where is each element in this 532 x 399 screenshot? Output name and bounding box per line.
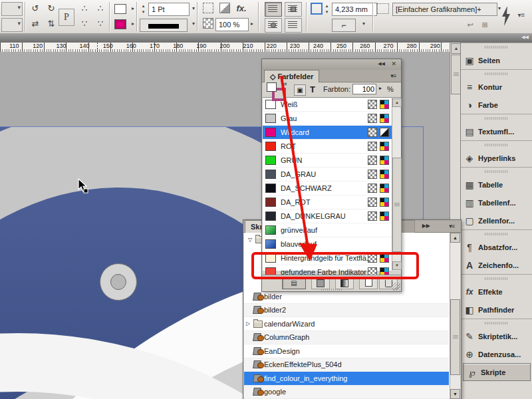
script-row[interactable]: find_colour_in_everything <box>244 372 449 386</box>
swatch-row[interactable]: ROT <box>263 140 392 154</box>
corner-radius-field[interactable]: 4,233 mm <box>332 3 377 16</box>
fill-color-swatch[interactable] <box>114 4 126 14</box>
swatch-row[interactable]: grünverlauf <box>263 223 392 237</box>
swatches-panel-menu-icon[interactable]: ▾≡ <box>390 72 396 79</box>
dock-item[interactable] <box>461 140 532 149</box>
formatting-container-icon[interactable]: ▣ <box>294 84 306 96</box>
scripts-scrollbar[interactable]: ▲ ▼ <box>450 233 460 399</box>
swap-fill-stroke-icon[interactable]: ⇄ <box>283 81 287 87</box>
script-row[interactable]: google <box>244 386 449 399</box>
dock-item[interactable]: ▣ Seiten <box>461 51 532 69</box>
corner-options-icon[interactable] <box>311 3 323 15</box>
wrap-jump-button[interactable] <box>285 18 302 33</box>
formatting-text-icon[interactable]: T <box>307 84 318 94</box>
dock-item[interactable]: ◑ Farbe <box>461 96 532 114</box>
structure-left-icon[interactable]: ∴ <box>94 3 106 15</box>
fill-flyout-arrow-icon[interactable]: ▸ <box>127 3 139 15</box>
script-row[interactable]: ColumnGraph <box>244 331 449 345</box>
dock-item[interactable]: ◧ Pathfinder <box>461 301 532 319</box>
panel-menu-icon[interactable]: ▾≡ <box>515 9 528 21</box>
new-style-icon[interactable]: ⊞ <box>479 19 491 31</box>
swatch-row[interactable]: DA_SCHWARZ <box>263 182 392 196</box>
corner-shape-dropdown[interactable]: ⌐ <box>332 19 356 32</box>
scripts-scroll-thumb[interactable] <box>450 299 460 375</box>
stroke-weight-stepper[interactable]: ▴▾ <box>140 3 147 15</box>
swatches-scroll-up-icon[interactable]: ▲ <box>392 98 402 107</box>
stroke-type-dropdown[interactable] <box>140 19 188 32</box>
swatches-scroll-down-icon[interactable]: ▼ <box>392 261 402 270</box>
scripts-scroll-up-icon[interactable]: ▲ <box>450 233 460 243</box>
panel-drag-grip[interactable] <box>321 289 342 291</box>
swatches-scroll-thumb[interactable] <box>392 158 402 252</box>
script-row[interactable]: calendarWizard <box>244 317 449 331</box>
expander-open-icon[interactable] <box>246 237 254 243</box>
swatch-row[interactable]: GRÜN <box>263 154 392 168</box>
dock-item[interactable]: ▢ Zellenfor... <box>461 211 532 229</box>
swatch-row[interactable]: DA_DUNKELGRAU <box>263 209 392 223</box>
structure-right-icon[interactable]: ∵ <box>94 18 106 30</box>
stroke-weight-drop-icon[interactable]: ▾ <box>188 3 200 15</box>
dock-item[interactable] <box>461 167 532 176</box>
reference-dropdown-2[interactable] <box>1 18 23 32</box>
swatches-scrollbar[interactable]: ▲ ▼ <box>392 97 401 271</box>
swatch-row[interactable]: DA_ROT <box>263 196 392 209</box>
dock-item[interactable] <box>461 43 532 51</box>
wrap-none-button[interactable] <box>265 2 282 17</box>
dock-item[interactable]: A Zeichenfo... <box>461 256 532 274</box>
dock-item[interactable]: ℘ Skripte <box>463 363 531 381</box>
corner-radius-stepper[interactable]: ▴▾ <box>323 3 331 15</box>
swatches-title-bar[interactable]: ◀◀ ✕ <box>262 59 401 70</box>
opacity-drop-icon[interactable]: ▸ <box>246 18 258 30</box>
panel-expand-icon[interactable]: ▶▶ <box>422 223 430 229</box>
dock-item[interactable] <box>461 229 532 238</box>
selection-effects-icon[interactable] <box>203 3 213 13</box>
reference-dropdown-1[interactable] <box>1 2 23 16</box>
tint-flyout-icon[interactable]: ▸ <box>379 85 382 91</box>
flip-horizontal-icon[interactable]: ⇄ <box>29 18 41 30</box>
dock-item[interactable]: ▦ Tabelle <box>461 176 532 194</box>
stroke-weight-field[interactable]: 1 Pt <box>148 3 190 16</box>
show-gradient-swatches-button[interactable] <box>335 277 354 289</box>
rotate-cw-icon[interactable]: ↻ <box>45 3 57 15</box>
rotate-ccw-icon[interactable]: ↺ <box>29 3 41 15</box>
expander-icon[interactable] <box>244 321 252 327</box>
script-row[interactable]: bilder2 <box>244 304 449 318</box>
wrap-object-shape-button[interactable] <box>265 18 282 33</box>
dock-item[interactable] <box>461 274 532 283</box>
script-row[interactable]: bilder <box>244 290 449 304</box>
swatch-row[interactable]: Grau <box>263 112 392 126</box>
panel-fill-swatch[interactable] <box>267 82 277 92</box>
swatch-row[interactable]: DA_GRAU <box>263 168 392 182</box>
clear-overrides-icon[interactable]: ↩ <box>464 19 476 31</box>
corner-shape-drop-icon[interactable]: ▾ <box>358 18 370 30</box>
dock-item[interactable]: ▥ Tabellenf... <box>461 194 532 211</box>
drop-shadow-icon[interactable] <box>219 3 230 13</box>
dock-collapse-icon[interactable]: ◀◀ <box>521 35 529 40</box>
new-swatch-button[interactable] <box>359 277 378 289</box>
swatches-collapse-icon[interactable]: ◀◀ <box>378 61 385 66</box>
structure-down-icon[interactable]: ∵ <box>78 18 90 30</box>
quick-apply-lightning-icon[interactable] <box>501 6 511 26</box>
stroke-type-drop-icon[interactable]: ▾ <box>188 18 200 30</box>
stroke-color-swatch[interactable] <box>114 19 126 29</box>
scripts-panel-menu-icon[interactable]: ▾≡ <box>449 223 454 229</box>
fx-menu-icon[interactable]: fx. <box>234 3 249 15</box>
dock-item[interactable]: ◈ Hyperlinks <box>461 149 532 167</box>
dock-item[interactable] <box>461 114 532 122</box>
dock-item[interactable]: ▤ Textumfl... <box>461 122 532 140</box>
opacity-icon[interactable] <box>203 18 213 29</box>
dock-item[interactable]: ¶ Absatzfor... <box>461 238 532 256</box>
dock-item[interactable]: ≡ Kontur <box>461 78 532 96</box>
script-row[interactable]: EanDesign <box>244 344 449 358</box>
opacity-field[interactable]: 100 % <box>215 18 249 31</box>
wrap-bounding-box-button[interactable] <box>285 2 302 17</box>
dock-item[interactable]: ⊕ Datenzusa... <box>461 345 532 363</box>
dock-item[interactable]: ✎ Skriptetik... <box>461 327 532 345</box>
show-color-swatches-button[interactable] <box>311 277 330 289</box>
show-swatch-kinds-button[interactable]: ▤ <box>282 277 306 289</box>
dock-item[interactable] <box>461 319 532 327</box>
script-row[interactable]: EckenEffektePlus_504d <box>244 358 449 372</box>
flip-vertical-icon[interactable]: ⇅ <box>45 18 57 30</box>
tint-input[interactable] <box>352 84 376 94</box>
circle-graphic[interactable] <box>100 263 137 301</box>
